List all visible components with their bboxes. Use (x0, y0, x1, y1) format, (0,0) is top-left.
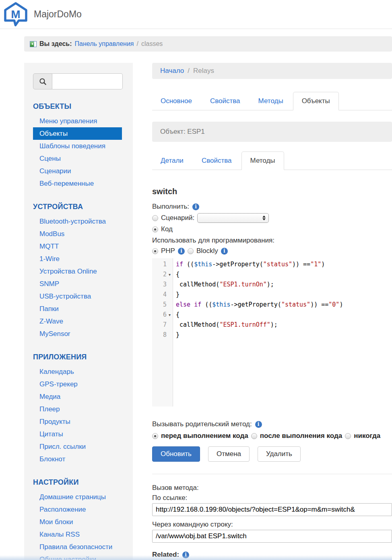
class-tab-0[interactable]: Основное (152, 92, 200, 110)
sidebar-item[interactable]: Расположение (33, 503, 122, 516)
sidebar-nav: ОБЪЕКТЫМеню управленияОбъектыШаблоны пов… (24, 102, 133, 560)
breadcrumb-panel-link[interactable]: Панель управления (75, 40, 134, 48)
sidebar-item[interactable]: Присл. ссылки (33, 440, 122, 453)
button-row: Обновить Отмена Удалить (152, 446, 392, 462)
sidebar-item[interactable]: Объекты (33, 127, 122, 140)
sidebar-item-label: Объекты (39, 129, 68, 138)
radio-button[interactable] (152, 433, 158, 439)
radio-button[interactable] (152, 226, 158, 232)
sidebar-item[interactable]: Веб-переменные (33, 177, 122, 190)
radio-button[interactable] (152, 215, 158, 221)
sidebar-item[interactable]: MySensor (33, 328, 122, 340)
code-token: $this (212, 301, 230, 308)
gutter-line: 2▾ (152, 270, 173, 280)
sidebar-item[interactable]: Цитаты (33, 428, 122, 440)
fold-icon[interactable]: ▾ (167, 310, 173, 320)
code-line: } (176, 290, 392, 300)
execute-option-row: Сценарий: (152, 213, 392, 223)
sidebar-item[interactable]: Шаблоны поведения (33, 140, 122, 152)
code-token: )) == (292, 261, 310, 268)
programming-label-line: Использовать для программирования: (152, 236, 392, 245)
sidebar-item[interactable]: Общие настройки (33, 553, 122, 560)
cancel-button[interactable]: Отмена (208, 446, 250, 462)
sidebar-item-label: Сценарии (39, 167, 71, 175)
sidebar-item[interactable]: Bluetooth-устройства (33, 215, 122, 228)
code-token: { (176, 311, 179, 318)
breadcrumb: Вы здесь: Панель управления / classes (24, 36, 392, 52)
sidebar-item[interactable]: USB-устройства (33, 290, 122, 303)
info-icon[interactable] (178, 248, 185, 255)
search-input[interactable] (52, 73, 123, 89)
delete-button[interactable]: Удалить (258, 446, 301, 462)
radio-button[interactable] (152, 248, 158, 254)
object-tab-2[interactable]: Методы (241, 151, 284, 170)
object-tab-0[interactable]: Детали (152, 152, 192, 170)
sidebar-item[interactable]: Z-Wave (33, 315, 122, 328)
sidebar-item[interactable]: Сцены (33, 152, 122, 165)
sidebar-item[interactable]: SNMP (33, 278, 122, 290)
code-token: ); (267, 281, 274, 288)
info-icon[interactable] (192, 203, 199, 210)
sidebar-item[interactable]: Устройства Online (33, 265, 122, 278)
method-cli-input[interactable] (152, 530, 392, 543)
breadcrumb-current: classes (141, 40, 163, 48)
sidebar-item[interactable]: Мои блоки (33, 516, 122, 528)
code-line: } (176, 330, 392, 340)
info-icon[interactable] (255, 421, 262, 428)
sidebar-item-label: Продукты (39, 417, 70, 426)
info-icon[interactable] (182, 552, 189, 558)
sidebar-item[interactable]: Папки (33, 303, 122, 315)
sidebar-item[interactable]: MQTT (33, 240, 122, 253)
class-tab-1[interactable]: Свойства (202, 92, 249, 110)
sidebar-item-label: Сцены (39, 154, 61, 163)
radio-button[interactable] (251, 433, 257, 439)
sidebar-item[interactable]: 1-Wire (33, 253, 122, 265)
object-tab-1[interactable]: Свойства (193, 152, 240, 170)
fold-icon[interactable]: ▾ (167, 270, 173, 280)
sidebar-item[interactable]: Календарь (33, 365, 122, 378)
sidebar-item-label: Каналы RSS (39, 530, 80, 539)
panel-icon (30, 41, 37, 47)
line-number: 7 (163, 320, 167, 330)
gutter-line: 6▾ (152, 310, 173, 320)
code-token: if (194, 301, 201, 308)
scenario-select[interactable] (197, 213, 269, 223)
code-token: )) == (310, 301, 328, 308)
code-token: } (176, 291, 179, 298)
code-token: else (176, 301, 190, 308)
class-tab-3[interactable]: Объекты (293, 92, 339, 110)
sidebar-item[interactable]: Продукты (33, 415, 122, 428)
sidebar-item-label: Папки (39, 305, 59, 313)
stepper-arrows-icon (262, 216, 266, 220)
sidebar-item[interactable]: ModBus (33, 228, 122, 240)
radio-button[interactable] (345, 433, 351, 439)
line-number: 5 (163, 300, 167, 310)
code-token: "0" (328, 301, 339, 308)
class-breadcrumb-home-link[interactable]: Начало (160, 67, 184, 75)
editor-code-area[interactable]: if (($this->getProperty("status")) =="1"… (173, 258, 392, 407)
code-token: ->getProperty( (230, 301, 281, 308)
sidebar-item[interactable]: Правила безопасности (33, 541, 122, 553)
method-url-input[interactable] (152, 503, 392, 516)
class-tab-2[interactable]: Методы (250, 92, 292, 110)
sidebar-item-label: Общие настройки (39, 555, 96, 560)
code-editor[interactable]: 12▾3456▾78 if (($this->getProperty("stat… (152, 258, 392, 407)
sidebar-item[interactable]: Домашние страницы (33, 491, 122, 503)
parent-method-label: Вызывать родительский метод: (152, 420, 252, 428)
sidebar-item[interactable]: Блокнот (33, 453, 122, 465)
breadcrumb-separator: / (137, 40, 138, 48)
sidebar-item-label: GPS-трекер (39, 380, 78, 388)
sidebar-item[interactable]: Каналы RSS (33, 528, 122, 541)
sidebar-item[interactable]: Плеер (33, 403, 122, 415)
info-icon[interactable] (221, 248, 228, 255)
sidebar-item[interactable]: Медиа (33, 390, 122, 403)
sidebar-item[interactable]: Сценарии (33, 165, 122, 177)
sidebar-item-label: Плеер (39, 405, 60, 413)
sidebar-item-label: Меню управления (39, 117, 97, 125)
search-button[interactable] (33, 73, 52, 89)
code-token: $this (194, 261, 212, 268)
radio-button[interactable] (188, 248, 194, 254)
sidebar-item[interactable]: Меню управления (33, 115, 122, 127)
sidebar-item[interactable]: GPS-трекер (33, 378, 122, 390)
update-button[interactable]: Обновить (152, 446, 200, 462)
